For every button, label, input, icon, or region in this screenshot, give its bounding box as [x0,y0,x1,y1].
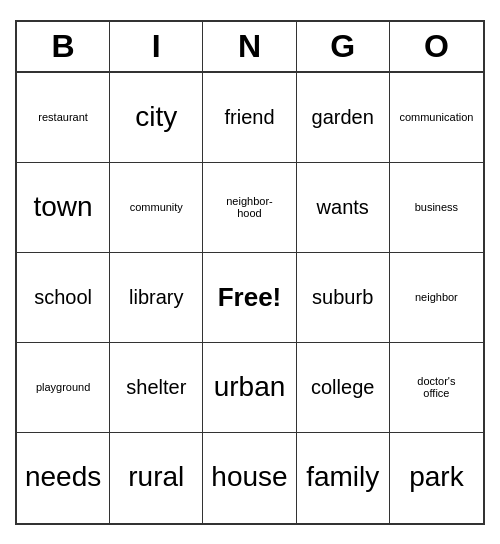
cell-text: urban [214,372,286,403]
bingo-cell: doctor'soffice [390,343,483,433]
header-letter: O [390,22,483,71]
cell-text: restaurant [38,111,88,123]
cell-text: business [415,201,458,213]
header-letter: G [297,22,390,71]
cell-text: town [34,192,93,223]
bingo-card: BINGO restaurantcityfriendgardencommunic… [15,20,485,525]
header-letter: I [110,22,203,71]
bingo-cell: school [17,253,110,343]
cell-text: rural [128,462,184,493]
cell-text: playground [36,381,90,393]
bingo-cell: shelter [110,343,203,433]
header-letter: N [203,22,296,71]
bingo-cell: urban [203,343,296,433]
cell-text: library [129,286,183,308]
bingo-cell: neighbor-hood [203,163,296,253]
bingo-cell: family [297,433,390,523]
bingo-cell: town [17,163,110,253]
bingo-cell: business [390,163,483,253]
bingo-cell: house [203,433,296,523]
bingo-cell: garden [297,73,390,163]
bingo-cell: neighbor [390,253,483,343]
cell-text: doctor'soffice [417,375,455,399]
bingo-cell: city [110,73,203,163]
bingo-cell: rural [110,433,203,523]
bingo-cell: college [297,343,390,433]
cell-text: neighbor [415,291,458,303]
bingo-cell: playground [17,343,110,433]
cell-text: wants [317,196,369,218]
cell-text: neighbor-hood [226,195,272,219]
cell-text: family [306,462,379,493]
cell-text: needs [25,462,101,493]
bingo-cell: communication [390,73,483,163]
bingo-cell: needs [17,433,110,523]
bingo-cell: suburb [297,253,390,343]
cell-text: community [130,201,183,213]
bingo-grid: restaurantcityfriendgardencommunicationt… [17,73,483,523]
bingo-cell: Free! [203,253,296,343]
bingo-cell: restaurant [17,73,110,163]
bingo-cell: library [110,253,203,343]
cell-text: Free! [218,283,282,312]
bingo-cell: wants [297,163,390,253]
bingo-header: BINGO [17,22,483,73]
bingo-cell: friend [203,73,296,163]
cell-text: city [135,102,177,133]
cell-text: school [34,286,92,308]
cell-text: house [211,462,287,493]
bingo-cell: community [110,163,203,253]
cell-text: shelter [126,376,186,398]
cell-text: garden [312,106,374,128]
cell-text: suburb [312,286,373,308]
cell-text: college [311,376,374,398]
header-letter: B [17,22,110,71]
cell-text: friend [224,106,274,128]
cell-text: communication [399,111,473,123]
cell-text: park [409,462,463,493]
bingo-cell: park [390,433,483,523]
